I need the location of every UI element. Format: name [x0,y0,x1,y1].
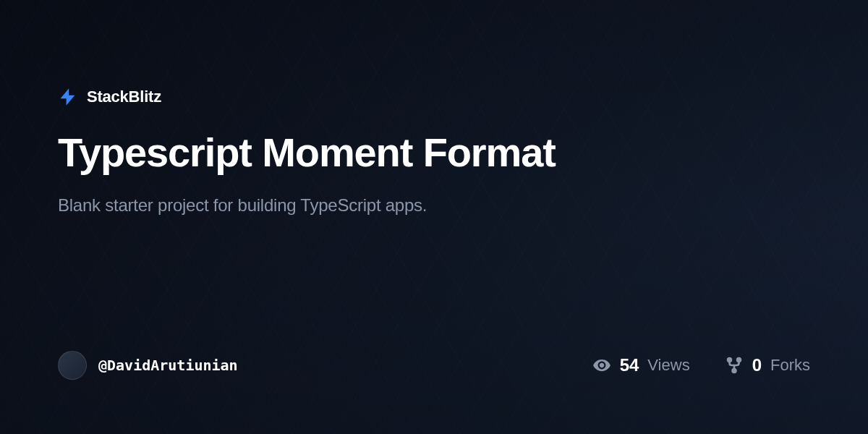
views-count: 54 [620,355,639,375]
fork-icon [725,356,744,375]
views-label: Views [647,356,689,375]
forks-label: Forks [770,356,810,375]
author-handle: @DavidArutiunian [98,357,238,374]
footer-row: @DavidArutiunian 54 Views 0 Forks [58,351,810,380]
content-container: StackBlitz Typescript Moment Format Blan… [0,0,868,434]
views-stat: 54 Views [592,355,690,375]
svg-point-0 [728,358,731,362]
forks-stat: 0 Forks [725,355,810,375]
forks-count: 0 [752,355,762,375]
eye-icon [592,356,611,375]
svg-point-1 [737,358,741,362]
stats-row: 54 Views 0 Forks [592,355,810,375]
project-title: Typescript Moment Format [58,130,810,175]
project-description: Blank starter project for building TypeS… [58,195,810,216]
author-block[interactable]: @DavidArutiunian [58,351,238,380]
brand-name: StackBlitz [87,88,161,106]
avatar [58,351,87,380]
bolt-icon [58,87,78,107]
brand-row: StackBlitz [58,87,810,107]
svg-point-2 [732,369,736,373]
